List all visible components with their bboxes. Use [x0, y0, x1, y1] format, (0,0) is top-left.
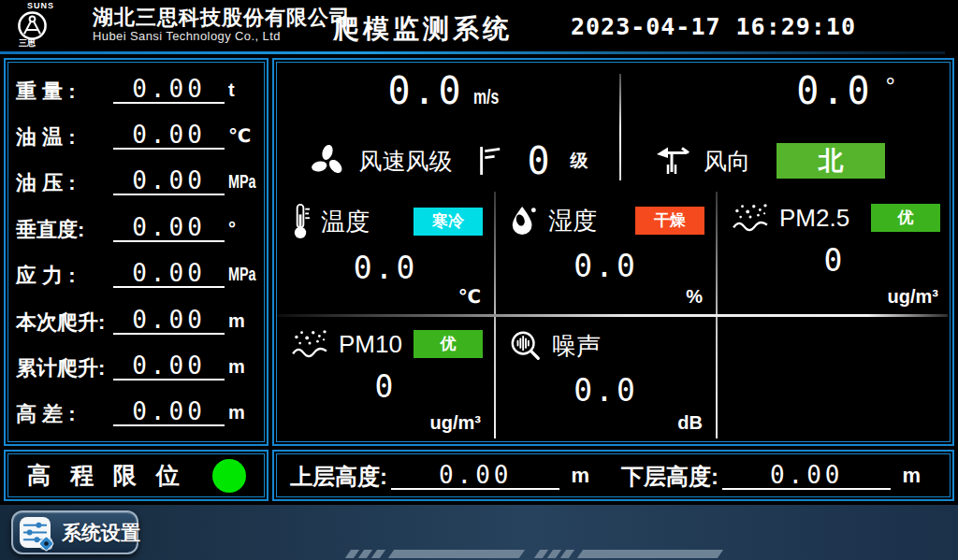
metric-value: 0.00 [113, 214, 225, 242]
fan-icon [308, 141, 347, 180]
sansi-circle-logo-icon [17, 10, 48, 41]
gear-icon [37, 535, 55, 553]
footer-bar: 系统设置 [0, 505, 958, 560]
pm10-dust-icon [290, 329, 329, 359]
metric-unit: m [228, 401, 258, 426]
divider [277, 314, 948, 317]
company-name: 湖北三思科技股份有限公司 Hubei Sansi Technology Co.,… [93, 6, 351, 44]
metric-oil-temperature: 油 温 : 0.00 ℃ [16, 122, 258, 150]
logo-bottom-text: 三思 [19, 39, 92, 48]
metric-unit: m [228, 309, 258, 335]
lower-layer-height: 下层高度: 0.00 m [621, 462, 921, 490]
wind-direction-label: 风向 [704, 146, 750, 177]
layer-heights-box: 上层高度: 0.00 m 下层高度: 0.00 m [272, 450, 954, 501]
humidity-unit: % [686, 286, 703, 308]
lower-layer-unit: m [902, 464, 921, 490]
environment-panel-inner: 0.0 m/s 风速风级 [276, 62, 951, 442]
metric-oil-pressure: 油 压 : 0.00 MPa [16, 167, 258, 195]
temperature-status-badge: 寒冷 [414, 208, 483, 236]
metric-total-climb: 累计爬升: 0.00 m [16, 352, 258, 381]
environment-panel: 0.0 m/s 风速风级 [272, 58, 954, 446]
wind-level-flag-icon [476, 144, 502, 178]
wind-speed-label: 风速风级 [358, 146, 452, 177]
metric-verticality: 垂直度: 0.00 ° [16, 214, 258, 242]
header: SUNS 三思 湖北三思科技股份有限公司 Hubei Sansi Technol… [0, 0, 958, 51]
lower-layer-label: 下层高度: [621, 464, 718, 490]
upper-layer-unit: m [571, 464, 589, 490]
temperature-unit: ℃ [458, 285, 481, 308]
footer-stripes [348, 550, 720, 558]
settings-sliders-icon [20, 516, 53, 550]
pm25-value: 0 [718, 242, 951, 279]
settings-button-label: 系统设置 [62, 520, 140, 546]
temperature-label: 温度 [321, 206, 370, 238]
pm10-unit: ug/m³ [430, 412, 481, 434]
pm25-status-badge: 优 [871, 204, 940, 232]
pm25-unit: ug/m³ [888, 286, 938, 308]
metric-unit: MPa [228, 263, 250, 288]
metric-label: 应 力 : [16, 264, 109, 288]
upper-layer-label: 上层高度: [290, 464, 387, 490]
company-logo: SUNS 三思 [13, 1, 92, 48]
noise-cell: 噪声 0.0 dB [496, 318, 716, 438]
pm25-cell: PM2.5 优 0 ug/m³ [718, 192, 951, 311]
metric-unit: ° [228, 217, 258, 242]
pm10-cell: PM10 优 0 ug/m³ [277, 318, 494, 438]
metric-value: 0.00 [113, 260, 225, 288]
system-settings-button[interactable]: 系统设置 [11, 510, 138, 554]
wind-speed-cell: 0.0 m/s 风速风级 [277, 63, 619, 192]
noise-icon [509, 329, 543, 363]
upper-layer-height: 上层高度: 0.00 m [290, 462, 589, 490]
metric-unit: t [228, 79, 258, 104]
wind-level-unit: 级 [571, 149, 588, 173]
lower-layer-value: 0.00 [722, 462, 891, 490]
weather-grid: 温度 寒冷 0.0 ℃ 湿度 干燥 0.0 % [277, 192, 950, 441]
humidity-value: 0.0 [496, 248, 716, 284]
elevation-limit-indicator [212, 459, 246, 493]
metric-value: 0.00 [113, 352, 225, 381]
metric-label: 油 温 : [16, 125, 109, 150]
metric-weight: 重 量 : 0.00 t [16, 76, 258, 104]
metric-label: 本次爬升: [16, 310, 109, 335]
humidity-status-badge: 干燥 [635, 207, 704, 235]
header-divider [0, 51, 945, 54]
metric-value: 0.00 [113, 307, 225, 335]
metrics-panel-inner: 重 量 : 0.00 t 油 温 : 0.00 ℃ 油 压 : 0.00 MPa… [7, 62, 265, 442]
metric-unit: MPa [228, 170, 250, 195]
empty-cell [718, 318, 951, 438]
metric-height-difference: 高 差 : 0.00 m [16, 398, 258, 426]
wind-direction-unit: ° [886, 72, 895, 100]
wind-vane-icon [655, 144, 692, 178]
metric-stress: 应 力 : 0.00 MPa [16, 260, 258, 288]
metric-value: 0.00 [113, 398, 225, 426]
noise-label: 噪声 [552, 330, 601, 363]
metric-label: 累计爬升: [16, 356, 109, 381]
wind-speed-value: 0.0 [387, 70, 463, 111]
metric-label: 高 差 : [16, 402, 109, 426]
metrics-panel: 重 量 : 0.00 t 油 温 : 0.00 ℃ 油 压 : 0.00 MPa… [4, 58, 269, 446]
upper-layer-value: 0.00 [391, 462, 559, 490]
metric-current-climb: 本次爬升: 0.00 m [16, 307, 258, 335]
wind-direction-value: 0.0 [796, 70, 872, 111]
thermometer-icon [290, 203, 312, 240]
wind-speed-unit: m/s [473, 85, 499, 109]
company-name-cn: 湖北三思科技股份有限公司 [93, 6, 351, 29]
company-name-en: Hubei Sansi Technology Co., Ltd [93, 29, 351, 44]
metric-value: 0.00 [113, 167, 225, 195]
pm10-label: PM10 [339, 330, 402, 359]
datetime: 2023-04-17 16:29:10 [571, 13, 856, 40]
wind-direction-cell: 0.0 ° 风向 北 [621, 63, 950, 192]
elevation-limit-label: 高 程 限 位 [27, 460, 186, 491]
metric-unit: m [228, 355, 258, 381]
humidity-cell: 湿度 干燥 0.0 % [496, 192, 716, 311]
wind-level-value: 0 [527, 142, 551, 179]
temperature-value: 0.0 [277, 250, 494, 286]
wind-direction-badge: 北 [777, 143, 885, 179]
metric-value: 0.00 [113, 76, 225, 104]
metric-label: 油 压 : [16, 171, 109, 195]
noise-value: 0.0 [496, 372, 716, 409]
pm10-value: 0 [277, 368, 494, 405]
humidity-droplet-icon [509, 203, 539, 238]
pm25-label: PM2.5 [779, 204, 849, 233]
logo-top-text: SUNS [27, 1, 92, 10]
